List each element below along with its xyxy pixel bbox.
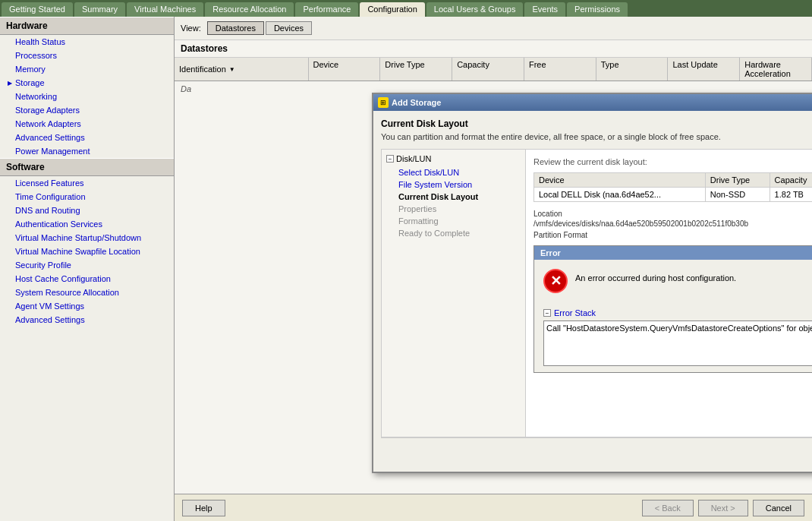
nav-select-disk-lun[interactable]: Select Disk/LUN <box>386 166 521 178</box>
table-header: Identification ▼ Device Drive Type Capac… <box>175 58 812 81</box>
dialog-title-left: ⊞ Add Storage <box>378 97 441 108</box>
disk-row: Local DELL Disk (naa.6d4ae52... Non-SSD … <box>534 188 813 202</box>
sidebar-host-cache[interactable]: Host Cache Configuration <box>0 272 174 286</box>
dialog-section-desc: You can partition and format the entire … <box>381 132 812 141</box>
error-title-bar: Error <box>534 246 812 260</box>
partition-label: Partition Format <box>533 231 812 239</box>
tab-virtual-machines[interactable]: Virtual Machines <box>127 2 203 17</box>
view-label: View: <box>181 24 201 33</box>
error-stack-collapse-btn[interactable]: − <box>543 309 551 317</box>
nav-disk-lun-group: − Disk/LUN <box>386 154 521 163</box>
dialog-content-header: Current Disk Layout You can partition an… <box>373 111 812 472</box>
sidebar-advanced-settings-sw[interactable]: Advanced Settings <box>0 313 174 327</box>
dialog-storage-icon: ⊞ <box>378 97 389 108</box>
hardware-section-header: Hardware <box>0 17 174 35</box>
tab-events[interactable]: Events <box>524 2 565 17</box>
dialog-section-title: Current Disk Layout <box>381 118 812 129</box>
software-section-header: Software <box>0 158 174 176</box>
add-storage-dialog: ⊞ Add Storage _ □ ✕ Current Disk Layout … <box>372 93 812 473</box>
tab-summary[interactable]: Summary <box>74 2 125 17</box>
view-devices-btn[interactable]: Devices <box>266 21 312 35</box>
nav-properties: Properties <box>386 203 521 215</box>
help-button[interactable]: Help <box>182 500 225 516</box>
view-datastores-btn[interactable]: Datastores <box>207 21 264 35</box>
tab-resource-allocation[interactable]: Resource Allocation <box>205 2 294 17</box>
error-icon: ✕ <box>543 269 568 293</box>
col-free: Free <box>524 58 596 81</box>
disk-capacity-cell: 1.82 TB <box>770 188 812 202</box>
sidebar-health-status[interactable]: Health Status <box>0 35 174 49</box>
col-hardware-acceleration: Hardware Acceleration <box>740 58 812 81</box>
sort-arrow-icon: ▼ <box>229 66 235 73</box>
disk-col-drive-type: Drive Type <box>705 173 770 188</box>
sidebar-licensed-features[interactable]: Licensed Features <box>0 176 174 190</box>
sidebar-authentication-services[interactable]: Authentication Services <box>0 217 174 231</box>
sidebar: Hardware Health Status Processors Memory… <box>0 17 175 521</box>
sidebar-vm-swapfile[interactable]: Virtual Machine Swapfile Location <box>0 245 174 258</box>
disk-col-capacity: Capacity <box>770 173 812 188</box>
nav-file-system-version[interactable]: File System Version <box>386 178 521 191</box>
error-stack-box[interactable]: Call "HostDatastoreSystem.QueryVmfsDatas… <box>543 320 812 366</box>
back-button[interactable]: < Back <box>642 500 694 516</box>
dialog-body: − Disk/LUN Select Disk/LUN File System V… <box>381 149 812 437</box>
sidebar-vm-startup-shutdown[interactable]: Virtual Machine Startup/Shutdown <box>0 231 174 245</box>
view-row: View: Datastores Devices <box>175 17 812 40</box>
bottom-bar: Help < Back Next > Cancel <box>175 494 812 521</box>
sidebar-memory[interactable]: Memory <box>0 62 174 76</box>
sidebar-time-configuration[interactable]: Time Configuration <box>0 190 174 204</box>
disk-device-cell: Local DELL Disk (naa.6d4ae52... <box>534 188 706 202</box>
content-area: View: Datastores Devices Datastores Iden… <box>175 17 812 521</box>
sidebar-networking[interactable]: Networking <box>0 90 174 103</box>
sidebar-agent-vm-settings[interactable]: Agent VM Settings <box>0 299 174 313</box>
tab-getting-started[interactable]: Getting Started <box>2 2 73 17</box>
storage-arrow-icon: ▶ <box>8 80 12 87</box>
nav-ready-to-complete: Ready to Complete <box>386 227 521 239</box>
dialog-panel: Review the current disk layout: Device D… <box>526 150 812 437</box>
sidebar-processors[interactable]: Processors <box>0 49 174 62</box>
col-capacity: Capacity <box>452 58 524 81</box>
dialog-nav: − Disk/LUN Select Disk/LUN File System V… <box>382 150 526 437</box>
next-button[interactable]: Next > <box>698 500 748 516</box>
col-device: Device <box>309 58 381 81</box>
sidebar-storage-adapters[interactable]: Storage Adapters <box>0 103 174 117</box>
datastores-heading: Datastores <box>175 40 812 58</box>
dialog-title-text: Add Storage <box>392 98 441 107</box>
tab-local-users-groups[interactable]: Local Users & Groups <box>426 2 524 17</box>
error-stack: − Error Stack Call "HostDatastoreSystem.… <box>534 308 812 372</box>
sidebar-system-resource-allocation[interactable]: System Resource Allocation <box>0 286 174 299</box>
sidebar-security-profile[interactable]: Security Profile <box>0 258 174 272</box>
sidebar-dns-routing[interactable]: DNS and Routing <box>0 204 174 217</box>
disk-drive-type-cell: Non-SSD <box>705 188 770 202</box>
tab-configuration[interactable]: Configuration <box>360 2 424 17</box>
disk-col-device: Device <box>534 173 706 188</box>
col-type: Type <box>596 58 669 81</box>
sidebar-advanced-settings-hw[interactable]: Advanced Settings <box>0 131 174 144</box>
sidebar-storage[interactable]: ▶ Storage <box>0 76 174 90</box>
nav-collapse-btn[interactable]: − <box>386 155 394 163</box>
nav-formatting: Formatting <box>386 215 521 227</box>
error-content: ✕ An error occurred during host configur… <box>534 260 812 302</box>
error-stack-content: Call "HostDatastoreSystem.QueryVmfsDatas… <box>546 324 812 366</box>
error-message: An error occurred during host configurat… <box>575 269 736 283</box>
disk-table: Device Drive Type Capacity Available LUN… <box>533 172 812 202</box>
sidebar-network-adapters[interactable]: Network Adapters <box>0 117 174 131</box>
dialog-footer: Close <box>381 437 812 464</box>
tab-permissions[interactable]: Permissions <box>567 2 628 17</box>
panel-label: Review the current disk layout: <box>533 157 812 166</box>
sidebar-power-management[interactable]: Power Management <box>0 144 174 158</box>
top-tab-bar: Getting Started Summary Virtual Machines… <box>0 0 812 17</box>
col-drive-type: Drive Type <box>380 58 452 81</box>
nav-current-disk-layout[interactable]: Current Disk Layout <box>386 191 521 203</box>
location-label: Location <box>533 210 812 218</box>
col-last-update: Last Update <box>668 58 740 81</box>
error-stack-label[interactable]: Error Stack <box>554 308 596 317</box>
nav-disk-lun-label: Disk/LUN <box>396 154 431 163</box>
tab-performance[interactable]: Performance <box>295 2 358 17</box>
location-value: /vmfs/devices/disks/naa.6d4ae520b5950200… <box>533 219 812 228</box>
error-stack-header: − Error Stack <box>543 308 812 317</box>
dialog-titlebar: ⊞ Add Storage _ □ ✕ <box>373 94 812 111</box>
cancel-button[interactable]: Cancel <box>753 500 804 516</box>
error-box: Error ✕ An error occurred during host co… <box>533 245 812 373</box>
col-identification: Identification ▼ <box>175 58 309 81</box>
